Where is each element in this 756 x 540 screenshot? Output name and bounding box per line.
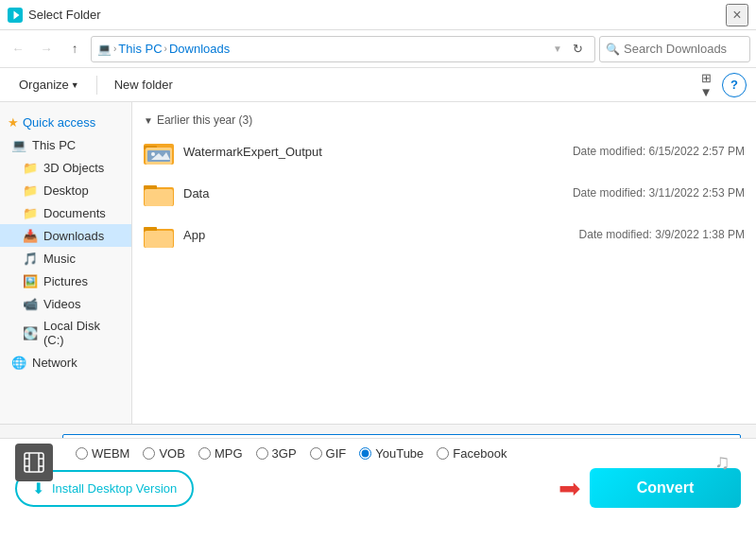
address-path: 💻 › This PC › Downloads (97, 42, 549, 56)
music-icon-right: ♫ (703, 444, 741, 481)
file-list: ▼ Earlier this year (3) WatermarkExpert_… (132, 102, 756, 424)
folder-icon-app (144, 219, 174, 250)
folder-icon-downloads: 📥 (23, 228, 38, 243)
pc-icon: 💻 (11, 137, 26, 152)
help-button[interactable]: ? (722, 73, 747, 97)
format-option-gif[interactable]: GIF (310, 446, 347, 461)
footer-actions: ⬇ Install Desktop Version ➡ Convert (0, 468, 756, 508)
sidebar-item-music[interactable]: 🎵 Music (0, 247, 131, 270)
search-box: 🔍 (599, 36, 750, 62)
path-this-pc[interactable]: This PC (118, 42, 162, 56)
svg-rect-9 (145, 189, 173, 206)
sidebar-item-3d-objects[interactable]: 📁 3D Objects (0, 156, 131, 179)
sidebar-item-this-pc[interactable]: 💻 This PC (0, 133, 131, 156)
disk-icon: 💽 (23, 325, 38, 340)
svg-rect-13 (25, 453, 43, 472)
list-item[interactable]: Data Date modified: 3/11/2022 2:53 PM (132, 172, 756, 214)
toolbar-separator (96, 76, 97, 95)
sidebar-item-videos[interactable]: 📹 Videos (0, 292, 131, 315)
format-option-webm[interactable]: WEBM (76, 446, 129, 461)
file-section-header[interactable]: ▼ Earlier this year (3) (132, 110, 756, 131)
sidebar-item-documents[interactable]: 📁 Documents (0, 201, 131, 224)
refresh-button[interactable]: ↻ (566, 38, 589, 61)
path-downloads[interactable]: Downloads (169, 42, 230, 56)
footer-bar: WEBM VOB MPG 3GP GIF YouTube Facebook ♫ (0, 438, 756, 540)
sidebar-item-desktop[interactable]: 📁 Desktop (0, 179, 131, 201)
new-folder-button[interactable]: New folder (105, 73, 182, 97)
toolbar: Organize ▼ New folder ⊞ ▼ ? (0, 68, 756, 102)
svg-rect-12 (145, 231, 173, 248)
sidebar-item-network[interactable]: 🌐 Network (0, 351, 131, 374)
file-info-2: App (183, 228, 570, 242)
back-button[interactable]: ← (6, 37, 30, 61)
arrow-right-icon: ➡ (558, 473, 580, 504)
nav-bar: ← → ↑ 💻 › This PC › Downloads ▼ ↻ 🔍 (0, 30, 756, 68)
sidebar-item-local-disk[interactable]: 💽 Local Disk (C:) (0, 315, 131, 351)
view-toggle-button[interactable]: ⊞ ▼ (694, 73, 718, 97)
svg-point-6 (151, 152, 155, 156)
file-info-1: Data (183, 186, 563, 200)
folder-image-icon (144, 136, 174, 166)
search-input[interactable] (624, 42, 756, 56)
format-option-mpg[interactable]: MPG (198, 446, 243, 461)
forward-button[interactable]: → (34, 37, 59, 61)
star-icon: ★ (8, 115, 19, 130)
svg-marker-0 (14, 10, 20, 19)
network-icon: 🌐 (11, 355, 26, 370)
format-option-facebook[interactable]: Facebook (437, 446, 507, 461)
sidebar-item-pictures[interactable]: 🖼️ Pictures (0, 270, 131, 292)
format-row: WEBM VOB MPG 3GP GIF YouTube Facebook (0, 439, 756, 468)
address-bar: 💻 › This PC › Downloads ▼ ↻ (91, 36, 595, 62)
sidebar-section-thispc: 💻 This PC 📁 3D Objects 📁 Desktop 📁 Docum… (0, 133, 131, 374)
title-bar-text: Select Folder (28, 8, 101, 22)
download-icon: ⬇ (32, 479, 44, 497)
up-button[interactable]: ↑ (62, 37, 87, 61)
toolbar-right: ⊞ ▼ ? (694, 73, 747, 97)
title-bar: Select Folder × (0, 0, 756, 30)
organize-button[interactable]: Organize ▼ (9, 73, 89, 97)
folder-icon-documents: 📁 (23, 205, 38, 220)
close-button[interactable]: × (726, 4, 748, 26)
music-icon: 🎵 (23, 251, 38, 266)
list-item[interactable]: App Date modified: 3/9/2022 1:38 PM (132, 214, 756, 255)
sidebar: ★ Quick access 💻 This PC 📁 3D Objects 📁 … (0, 102, 132, 424)
format-option-vob[interactable]: VOB (143, 446, 184, 461)
quick-access-header[interactable]: ★ Quick access (0, 110, 131, 133)
main-area: ★ Quick access 💻 This PC 📁 3D Objects 📁 … (0, 102, 756, 424)
list-item[interactable]: WatermarkExpert_Output Date modified: 6/… (132, 131, 756, 172)
format-option-youtube[interactable]: YouTube (359, 446, 423, 461)
file-info-0: WatermarkExpert_Output (183, 145, 563, 159)
app-icon (8, 8, 23, 23)
folder-icon-desktop: 📁 (23, 183, 38, 198)
folder-icon-3d: 📁 (23, 160, 38, 175)
pictures-icon: 🖼️ (23, 273, 38, 288)
format-option-3gp[interactable]: 3GP (256, 446, 297, 461)
section-chevron: ▼ (144, 115, 153, 126)
folder-icon-data (144, 178, 174, 208)
search-icon: 🔍 (606, 43, 620, 56)
film-icon (15, 444, 53, 481)
videos-icon: 📹 (23, 296, 38, 311)
sidebar-item-downloads[interactable]: 📥 Downloads (0, 224, 131, 247)
